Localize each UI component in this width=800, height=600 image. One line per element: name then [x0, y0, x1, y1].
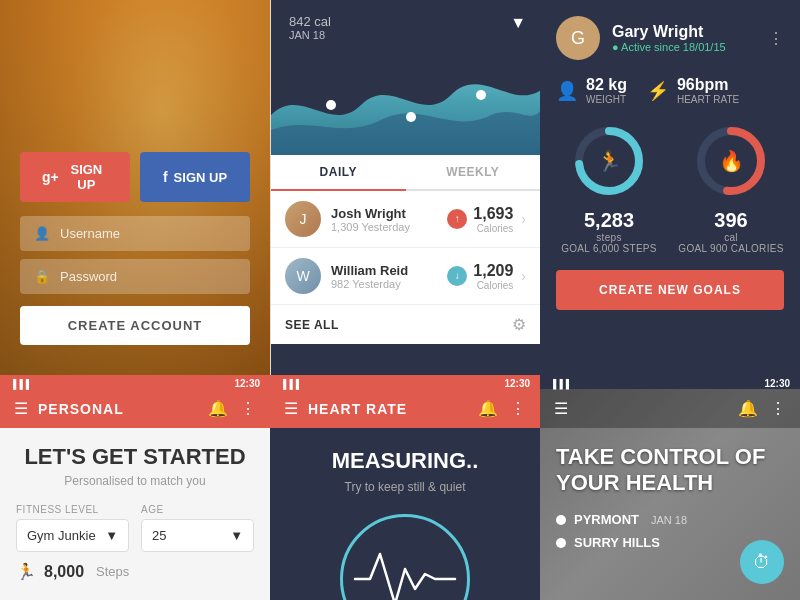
- run-icon: 🏃: [597, 150, 622, 172]
- see-all-row: SEE ALL ⚙: [271, 305, 540, 344]
- signal-icon-ctrl: ▐▐▐: [550, 379, 569, 389]
- location2-text: SURRY HILLS: [574, 535, 660, 550]
- timer-fab-button[interactable]: ⏱: [740, 540, 784, 584]
- gary-info: Gary Wright ● Active since 18/01/15: [612, 23, 726, 53]
- signal-icon-hr: ▐▐▐: [280, 379, 299, 389]
- social-buttons: g+ SIGN UP f SIGN UP: [20, 152, 250, 202]
- chevron-down-icon: ▼: [105, 528, 118, 543]
- steps-label: Steps: [96, 564, 129, 579]
- location-dot-1: [556, 515, 566, 525]
- hamburger-icon-ctrl[interactable]: ☰: [554, 399, 568, 418]
- create-account-button[interactable]: CREATE ACCOUNT: [20, 306, 250, 345]
- svg-point-1: [406, 112, 416, 122]
- settings-icon[interactable]: ⚙: [512, 315, 526, 334]
- more-dots-icon-hr[interactable]: ⋮: [510, 399, 526, 418]
- age-label: AGE: [141, 504, 254, 515]
- health-panel: G Gary Wright ● Active since 18/01/15 ⋮ …: [540, 0, 800, 375]
- lightning-icon: ⚡: [647, 80, 669, 102]
- health-header: G Gary Wright ● Active since 18/01/15 ⋮: [556, 16, 784, 60]
- see-all-button[interactable]: SEE ALL: [285, 318, 339, 332]
- username-input[interactable]: [60, 226, 236, 241]
- weight-icon: 👤: [556, 80, 578, 102]
- health-metrics: 👤 82 kg WEIGHT ⚡ 96bpm HEART RATE: [556, 76, 784, 105]
- chevron-down-icon-2: ▼: [230, 528, 243, 543]
- steps-value: 8,000: [44, 563, 84, 581]
- hamburger-icon-hr[interactable]: ☰: [284, 399, 298, 418]
- william-stat: 1,209 Calories: [473, 262, 513, 291]
- hamburger-icon[interactable]: ☰: [14, 399, 28, 418]
- control-header-icons: 🔔 ⋮: [738, 399, 786, 418]
- signal-icon: ▐▐▐: [10, 379, 29, 389]
- username-field-container: 👤: [20, 216, 250, 251]
- status-dot: ●: [612, 41, 621, 53]
- location1-date: JAN 18: [651, 514, 687, 526]
- create-goals-button[interactable]: CREATE NEW GOALS: [556, 270, 784, 310]
- william-avatar: W: [285, 258, 321, 294]
- heartrate-title: HEART RATE: [308, 401, 468, 417]
- password-field-container: 🔒: [20, 259, 250, 294]
- william-info: William Reid 982 Yesterday: [331, 263, 447, 290]
- personal-mobile-status: ▐▐▐ 12:30: [0, 375, 270, 389]
- bell-icon[interactable]: 🔔: [208, 399, 228, 418]
- password-input[interactable]: [60, 269, 236, 284]
- more-icon[interactable]: ⋮: [768, 29, 784, 48]
- google-signup-button[interactable]: g+ SIGN UP: [20, 152, 130, 202]
- login-panel: g+ SIGN UP f SIGN UP 👤 🔒 CREATE ACCOUNT: [0, 0, 270, 375]
- personal-header-icons: 🔔 ⋮: [208, 399, 256, 418]
- steps-stat: 🏃 5,283 steps GOAL 6,000 STEPS: [556, 121, 662, 254]
- calories-label: 842 cal JAN 18: [289, 14, 331, 41]
- activity-list: J Josh Wright 1,309 Yesterday ↑ 1,693 Ca…: [271, 191, 540, 344]
- measuring-content: MEASURING.. Try to keep still & quiet: [270, 428, 540, 600]
- personal-time: 12:30: [234, 378, 260, 389]
- user-icon: 👤: [34, 226, 50, 241]
- josh-avatar: J: [285, 201, 321, 237]
- fitness-label: FITNESS LEVEL: [16, 504, 129, 515]
- down-arrow-icon: ↓: [447, 266, 467, 286]
- svg-point-2: [476, 90, 486, 100]
- josh-stat: 1,693 Calories: [473, 205, 513, 234]
- more-dots-icon[interactable]: ⋮: [240, 399, 256, 418]
- facebook-signup-button[interactable]: f SIGN UP: [140, 152, 250, 202]
- lock-icon: 🔒: [34, 269, 50, 284]
- control-mobile-status: ▐▐▐ 12:30: [540, 375, 800, 389]
- wave-chart: [271, 55, 540, 155]
- location1-text: PYRMONT: [574, 512, 639, 527]
- gary-avatar: G: [556, 16, 600, 60]
- heartrate-mobile-status: ▐▐▐ 12:30: [270, 375, 540, 389]
- location-pyrmont: PYRMONT JAN 18: [556, 512, 784, 527]
- more-dots-icon-ctrl[interactable]: ⋮: [770, 399, 786, 418]
- person-william: W William Reid 982 Yesterday ↓ 1,209 Cal…: [271, 248, 540, 305]
- heartrate-metric: ⚡ 96bpm HEART RATE: [647, 76, 739, 105]
- bell-icon-hr[interactable]: 🔔: [478, 399, 498, 418]
- activity-panel: 842 cal JAN 18 ▼ DAILY: [270, 0, 540, 375]
- heartrate-time: 12:30: [504, 378, 530, 389]
- measuring-title: MEASURING..: [286, 448, 524, 474]
- stopwatch-icon: ⏱: [753, 552, 771, 573]
- tab-daily[interactable]: DAILY: [271, 155, 406, 191]
- tab-weekly[interactable]: WEEKLY: [406, 155, 541, 189]
- personal-heading: LET'S GET STARTED: [16, 444, 254, 470]
- health-circles: 🏃 5,283 steps GOAL 6,000 STEPS 🔥 396 cal…: [556, 121, 784, 254]
- control-panel: ▐▐▐ 12:30 ☰ 🔔 ⋮ TAKE CONTROL OF YOUR HEA…: [540, 375, 800, 600]
- svg-point-0: [326, 100, 336, 110]
- heartrate-header-icons: 🔔 ⋮: [478, 399, 526, 418]
- up-arrow-icon: ↑: [447, 209, 467, 229]
- steps-circle: 🏃: [569, 121, 649, 201]
- fire-icon: 🔥: [719, 150, 744, 172]
- weight-metric: 👤 82 kg WEIGHT: [556, 76, 627, 105]
- steps-row: 🏃 8,000 Steps: [16, 562, 254, 581]
- bell-icon-ctrl[interactable]: 🔔: [738, 399, 758, 418]
- calories-circle: 🔥: [691, 121, 771, 201]
- google-icon: g+: [42, 169, 59, 185]
- personal-subheading: Personalised to match you: [16, 474, 254, 488]
- chart-dropdown[interactable]: ▼: [510, 14, 526, 32]
- facebook-icon: f: [163, 169, 168, 185]
- fitness-select[interactable]: Gym Junkie ▼: [16, 519, 129, 552]
- chevron-right-icon-2: ›: [521, 268, 526, 284]
- heart-rate-circle: [340, 514, 470, 600]
- fitness-level-group: FITNESS LEVEL Gym Junkie ▼: [16, 504, 129, 552]
- control-app-header: ☰ 🔔 ⋮: [540, 389, 800, 428]
- age-select[interactable]: 25 ▼: [141, 519, 254, 552]
- fitness-form-row: FITNESS LEVEL Gym Junkie ▼ AGE 25 ▼: [16, 504, 254, 552]
- heartrate-panel: ▐▐▐ 12:30 ☰ HEART RATE 🔔 ⋮ MEASURING.. T…: [270, 375, 540, 600]
